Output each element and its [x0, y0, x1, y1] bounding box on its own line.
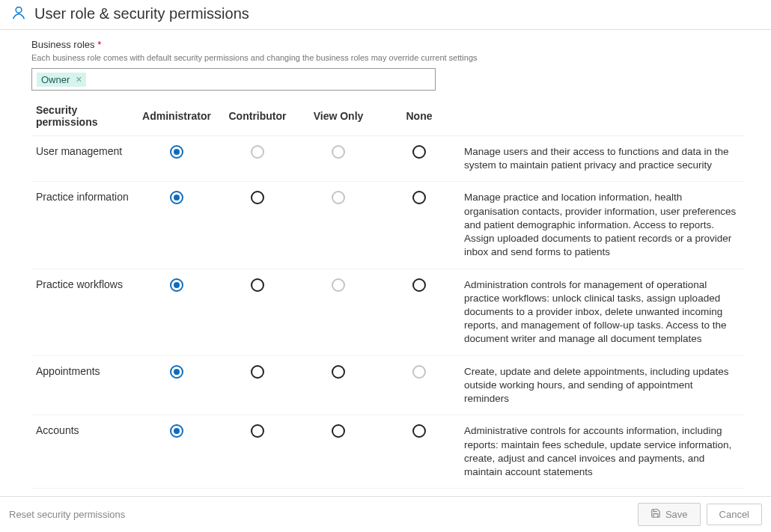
radio-contrib[interactable] — [251, 278, 264, 292]
radio-cell — [379, 182, 460, 269]
radio-cell — [217, 182, 298, 269]
save-button-label: Save — [665, 509, 688, 520]
radio-cell — [298, 136, 379, 182]
col-description — [460, 98, 744, 136]
radio-admin[interactable] — [170, 145, 183, 159]
radio-contrib[interactable] — [251, 424, 264, 438]
permission-description: Administrative controls for accounts inf… — [460, 415, 744, 489]
radio-cell — [217, 489, 298, 496]
radio-cell — [298, 415, 379, 489]
cancel-button-label: Cancel — [719, 509, 749, 520]
permission-name: Practice workflows — [31, 269, 136, 355]
radio-cell — [379, 136, 460, 182]
radio-admin[interactable] — [170, 365, 183, 379]
permissions-table: Security permissions Administrator Contr… — [31, 98, 744, 496]
radio-none[interactable] — [412, 145, 426, 159]
permission-name: Appointments — [31, 355, 136, 415]
svg-point-0 — [16, 7, 22, 13]
radio-cell — [136, 269, 217, 355]
permission-name: Claiming — [31, 489, 136, 496]
permission-description: Create, update and delete claims. Reques… — [460, 489, 744, 496]
save-button[interactable]: Save — [638, 503, 701, 526]
business-roles-field[interactable]: Owner× — [31, 68, 436, 91]
radio-cell — [136, 182, 217, 269]
page-title: User role & security permissions — [34, 5, 249, 22]
radio-cell — [298, 182, 379, 269]
radio-cell — [136, 489, 217, 496]
radio-cell — [379, 269, 460, 355]
radio-admin[interactable] — [170, 278, 183, 292]
user-icon — [10, 4, 27, 23]
permission-name: Accounts — [31, 415, 136, 489]
footer-bar: Reset security permissions Save Cancel — [0, 496, 771, 532]
radio-view — [332, 145, 345, 159]
col-security-permissions: Security permissions — [31, 98, 136, 136]
content-area: Business roles * Each business role come… — [0, 30, 771, 496]
roles-label: Business roles — [31, 39, 95, 50]
radio-cell — [298, 355, 379, 415]
role-chip-label: Owner — [41, 74, 70, 85]
table-row: AccountsAdministrative controls for acco… — [31, 415, 744, 489]
radio-cell — [217, 269, 298, 355]
radio-view — [332, 191, 345, 204]
table-row: Practice informationManage practice and … — [31, 182, 744, 269]
permission-description: Administration controls for management o… — [460, 269, 744, 355]
cancel-button[interactable]: Cancel — [707, 504, 762, 525]
radio-view[interactable] — [332, 424, 345, 438]
table-row: AppointmentsCreate, update and delete ap… — [31, 355, 744, 415]
radio-none[interactable] — [412, 424, 426, 438]
permission-name: User management — [31, 136, 136, 182]
permission-description: Create, update and delete appointments, … — [460, 355, 744, 415]
radio-cell — [298, 269, 379, 355]
table-row: User managementManage users and their ac… — [31, 136, 744, 182]
col-contributor: Contributor — [217, 98, 298, 136]
permission-description: Manage practice and location information… — [460, 182, 744, 269]
role-chip: Owner× — [37, 73, 86, 87]
reset-link[interactable]: Reset security permissions — [9, 509, 125, 520]
permission-description: Manage users and their access to functio… — [460, 136, 744, 182]
radio-contrib[interactable] — [251, 191, 264, 204]
radio-cell — [379, 415, 460, 489]
radio-cell — [298, 489, 379, 496]
radio-view[interactable] — [332, 365, 345, 379]
radio-none[interactable] — [412, 278, 426, 292]
radio-none — [412, 365, 426, 379]
radio-contrib — [251, 145, 264, 159]
save-icon — [650, 508, 661, 521]
radio-cell — [217, 136, 298, 182]
radio-cell — [217, 415, 298, 489]
radio-cell — [217, 355, 298, 415]
radio-cell — [136, 136, 217, 182]
col-none: None — [379, 98, 460, 136]
radio-contrib[interactable] — [251, 365, 264, 379]
radio-none[interactable] — [412, 191, 426, 204]
table-row: Practice workflowsAdministration control… — [31, 269, 744, 355]
roles-label-row: Business roles * — [31, 39, 744, 50]
page-header: User role & security permissions — [0, 0, 771, 29]
radio-cell — [136, 355, 217, 415]
required-asterisk: * — [97, 39, 101, 50]
col-administrator: Administrator — [136, 98, 217, 136]
close-icon[interactable]: × — [76, 74, 82, 85]
roles-sublabel: Each business role comes with default se… — [31, 53, 744, 62]
radio-cell — [136, 415, 217, 489]
col-view-only: View Only — [298, 98, 379, 136]
radio-cell — [379, 489, 460, 496]
permission-name: Practice information — [31, 182, 136, 269]
radio-admin[interactable] — [170, 424, 183, 438]
radio-cell — [379, 355, 460, 415]
radio-view — [332, 278, 345, 292]
table-row: ClaimingCreate, update and delete claims… — [31, 489, 744, 496]
radio-admin[interactable] — [170, 191, 183, 204]
